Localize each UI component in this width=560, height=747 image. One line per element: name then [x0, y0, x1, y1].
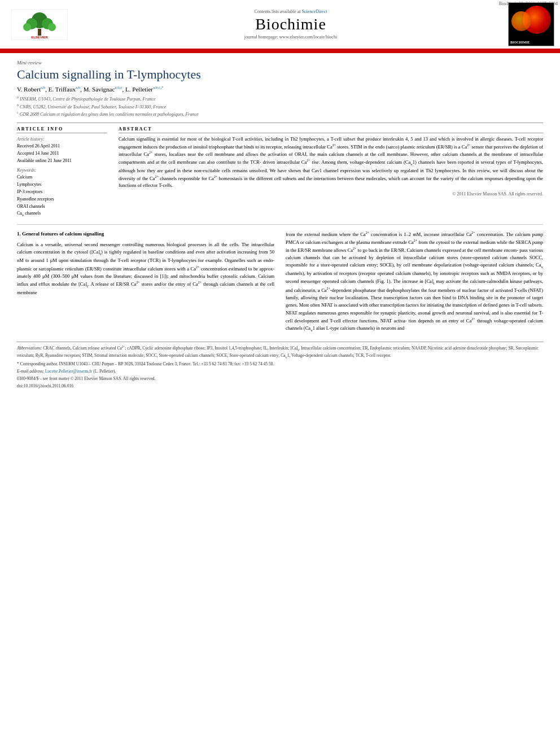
keyword-3: IP-3 receptors — [17, 189, 107, 196]
journal-header: Biochimie 93 (2011) 2087–2094 ELSEVIER — [0, 0, 560, 53]
cover-label: BIOCHIMIE — [510, 41, 530, 44]
article-info-title: Article info — [17, 126, 107, 133]
dates-list: Received 26 April 2011 Accepted 14 June … — [17, 143, 107, 164]
sciencedirect-link[interactable]: ScienceDirect — [302, 9, 327, 14]
journal-name: Biochimie — [73, 15, 508, 33]
affiliation-c: c GDR 2688 Calcium et régulation des gèn… — [17, 110, 543, 118]
keywords-label: Keywords: — [17, 168, 107, 173]
keyword-4: Ryanodine receptors — [17, 196, 107, 203]
body-col-left: 1. General features of calcium signallin… — [17, 230, 274, 337]
email-footnote: E-mail address: Lucette.Pelletier@inserm… — [17, 368, 543, 374]
body-col-right: from the external medium where the Ca2+ … — [286, 230, 543, 337]
journal-cover-image: BIOCHIMIE — [508, 2, 554, 46]
issn-line: 0300-9084/$ – see front matter © 2011 El… — [17, 375, 543, 382]
abbrev-text: CRAC channels, Calcium release activated… — [17, 346, 539, 358]
info-abstract-row: Article info Article history: Received 2… — [17, 126, 543, 219]
keyword-1: Calcium — [17, 174, 107, 181]
author-2: E. Triffauxa,b — [49, 86, 80, 93]
corresponding-footnote: * Corresponding author. INSERM U1043 – C… — [17, 361, 543, 367]
body-text-left: Calcium is a versatile, universal second… — [17, 241, 274, 297]
keyword-6: Cav channels — [17, 210, 107, 218]
affiliations: a INSERM, U1043, Centre de Physiopatholo… — [17, 95, 543, 118]
abbreviations-line: Abbreviations: CRAC channels, Calcium re… — [17, 344, 543, 359]
keyword-5: ORAI channels — [17, 203, 107, 211]
cover-circle-small — [511, 11, 531, 31]
abbrev-label: Abbreviations: — [17, 346, 43, 351]
article-title: Calcium signalling in T-lymphocytes — [17, 67, 543, 82]
authors-line: V. Roberta,b, E. Triffauxa,b, M. Savigna… — [17, 85, 543, 93]
author-4: L. Pelletiera,b,c,* — [125, 86, 163, 93]
author-1: V. Roberta,b — [17, 86, 45, 93]
author-3: M. Savignaca,b,c — [84, 86, 123, 93]
history-label: Article history: — [17, 137, 107, 142]
journal-center: Contents lists available at ScienceDirec… — [73, 9, 508, 40]
keywords-list: Calcium Lymphocytes IP-3 receptors Ryano… — [17, 174, 107, 218]
abstract-title: Abstract — [119, 126, 543, 133]
svg-rect-1 — [38, 29, 41, 36]
affiliation-b: b CNRS, U5282, Université de Toulouse, P… — [17, 103, 543, 111]
body-text-area: 1. General features of calcium signallin… — [17, 230, 543, 337]
copyright-notice: © 2011 Elsevier Masson SAS. All rights r… — [119, 191, 543, 196]
affiliation-a: a INSERM, U1043, Centre de Physiopatholo… — [17, 95, 543, 103]
red-stripe-divider — [0, 49, 560, 52]
article-info-column: Article info Article history: Received 2… — [17, 126, 107, 219]
abstract-column: Abstract Calcium signalling is essential… — [119, 126, 543, 219]
footnotes-area: Abbreviations: CRAC channels, Calcium re… — [17, 342, 543, 389]
section-label: Mini-review — [17, 58, 543, 65]
section1-title: 1. General features of calcium signallin… — [17, 230, 274, 238]
svg-point-5 — [23, 23, 31, 31]
abstract-text: Calcium signalling is essential for most… — [119, 136, 543, 189]
accepted-date: Accepted 14 June 2011 — [17, 150, 107, 158]
journal-homepage: journal homepage: www.elsevier.com/locat… — [73, 34, 508, 40]
svg-text:ELSEVIER: ELSEVIER — [31, 36, 48, 39]
svg-point-6 — [48, 23, 56, 31]
elsevier-tree-icon: ELSEVIER — [11, 9, 68, 40]
contents-line: Contents lists available at ScienceDirec… — [73, 9, 508, 14]
section-divider — [17, 123, 543, 123]
contents-text: Contents lists available at — [255, 9, 301, 14]
body-text-right: from the external medium where the Ca2+ … — [286, 230, 543, 334]
email-link[interactable]: Lucette.Pelletier@inserm.fr — [45, 369, 93, 374]
available-date: Available online 21 June 2011 — [17, 158, 107, 165]
main-content: Mini-review Calcium signalling in T-lymp… — [0, 53, 560, 395]
doi-line: doi:10.1016/j.biochi.2011.06.016 — [17, 383, 543, 389]
received-date: Received 26 April 2011 — [17, 143, 107, 150]
body-divider — [17, 224, 543, 225]
keyword-2: Lymphocytes — [17, 181, 107, 189]
elsevier-logo-area: ELSEVIER — [6, 9, 73, 40]
